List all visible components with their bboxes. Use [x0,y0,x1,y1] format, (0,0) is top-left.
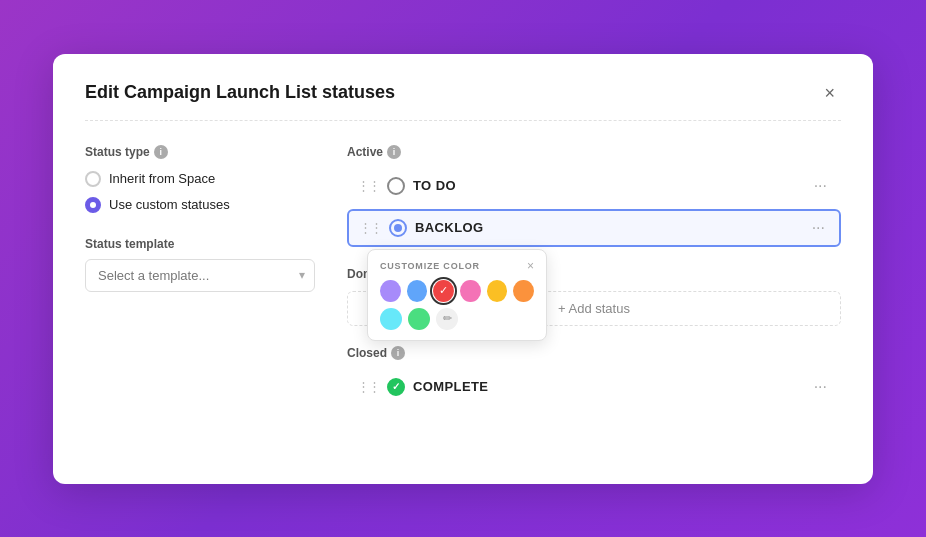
status-name-backlog [415,220,800,235]
more-button-todo[interactable]: ··· [810,177,831,195]
closed-header: Closed i [347,346,841,360]
status-dot-complete [387,378,405,396]
left-panel: Status type i Inherit from Space Use cus… [85,145,315,424]
color-swatches-row1: ✓ [380,280,534,302]
more-button-backlog[interactable]: ··· [808,219,829,237]
color-picker-close[interactable]: × [527,260,534,272]
status-name-complete: COMPLETE [413,379,802,394]
status-dot-backlog[interactable] [389,219,407,237]
swatch-cyan[interactable] [380,308,402,330]
status-row-complete: ⋮⋮ COMPLETE ··· [347,370,841,404]
swatch-blue[interactable] [407,280,428,302]
swatch-red[interactable]: ✓ [433,280,454,302]
status-dot-todo [387,177,405,195]
color-picker-header: CUSTOMIZE COLOR × [380,260,534,272]
swatch-purple[interactable] [380,280,401,302]
closed-section: Closed i ⋮⋮ COMPLETE ··· [347,346,841,404]
swatch-yellow[interactable] [487,280,508,302]
active-header: Active i [347,145,841,159]
drag-handle-complete[interactable]: ⋮⋮ [357,379,379,394]
close-button[interactable]: × [818,82,841,104]
swatch-pink[interactable] [460,280,481,302]
modal-container: Edit Campaign Launch List statuses × Sta… [53,54,873,484]
closed-info-icon[interactable]: i [391,346,405,360]
drag-handle-backlog[interactable]: ⋮⋮ [359,220,381,235]
swatch-orange[interactable] [513,280,534,302]
modal-body: Status type i Inherit from Space Use cus… [85,145,841,424]
radio-inherit[interactable]: Inherit from Space [85,171,315,187]
status-row-backlog: ⋮⋮ ··· CUSTOMIZE COLOR × [347,209,841,247]
status-name-todo: TO DO [413,178,802,193]
template-select-wrapper: Select a template... ▾ [85,259,315,292]
status-name-input-backlog[interactable] [415,220,800,235]
drag-handle-todo[interactable]: ⋮⋮ [357,178,379,193]
color-picker-popup: CUSTOMIZE COLOR × ✓ [367,249,547,341]
radio-circle-inherit [85,171,101,187]
template-label: Status template [85,237,315,251]
radio-group: Inherit from Space Use custom statuses [85,171,315,213]
right-panel: Active i ⋮⋮ TO DO ··· ⋮⋮ ··· [347,145,841,424]
modal-title: Edit Campaign Launch List statuses [85,82,395,103]
status-type-info-icon[interactable]: i [154,145,168,159]
color-picker-title: CUSTOMIZE COLOR [380,261,480,271]
radio-custom[interactable]: Use custom statuses [85,197,315,213]
swatch-green[interactable] [408,308,430,330]
active-section: Active i ⋮⋮ TO DO ··· ⋮⋮ ··· [347,145,841,247]
status-row-todo: ⋮⋮ TO DO ··· [347,169,841,203]
swatch-check-icon: ✓ [439,284,448,297]
more-button-complete[interactable]: ··· [810,378,831,396]
radio-label-custom: Use custom statuses [109,197,230,212]
eyedropper-button[interactable]: ✏ [436,308,458,330]
color-swatches-row2: ✏ [380,308,534,330]
radio-circle-custom [85,197,101,213]
template-select[interactable]: Select a template... [85,259,315,292]
modal-header: Edit Campaign Launch List statuses × [85,82,841,121]
active-info-icon[interactable]: i [387,145,401,159]
status-type-label: Status type i [85,145,315,159]
template-section: Status template Select a template... ▾ [85,237,315,292]
radio-label-inherit: Inherit from Space [109,171,215,186]
